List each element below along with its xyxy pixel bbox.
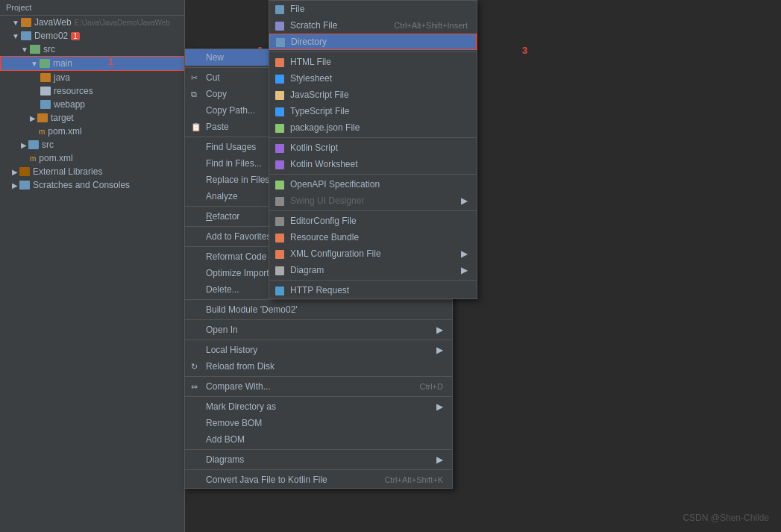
tree-label: JavaWeb (34, 17, 72, 28)
menu-item-local-history[interactable]: Local History ▶ (185, 342, 452, 358)
menu-item-open-in[interactable]: Open In ▶ (185, 322, 452, 338)
submenu-new: File Scratch File Ctrl+Alt+Shift+Insert … (269, 0, 477, 299)
submenu-item-openapi[interactable]: OpenAPI Specification (269, 176, 477, 193)
tree-item-ext-libs[interactable]: ▶ External Libraries (0, 165, 184, 178)
menu-label: Diagrams (206, 454, 430, 465)
shortcut-label: Ctrl+D (420, 382, 443, 391)
reload-icon: ↻ (191, 362, 198, 372)
menu-item-mark-dir[interactable]: Mark Directory as ▶ (185, 398, 452, 415)
submenu-label: Kotlin Script (290, 143, 468, 153)
submenu-arrow-icon: ▶ (436, 345, 443, 355)
menu-item-build[interactable]: Build Module 'Demo02' (185, 301, 452, 318)
submenu-arrow-icon: ▶ (436, 454, 443, 465)
folder-icon (30, 45, 40, 54)
expand-arrow: ▼ (12, 32, 19, 40)
diagram-icon (275, 265, 284, 275)
tree-item-main[interactable]: ▼ main (0, 56, 184, 71)
tree-item-pom2[interactable]: m pom.xml (0, 151, 184, 165)
menu-item-remove-bom[interactable]: Remove BOM (185, 415, 452, 431)
menu-separator (185, 469, 452, 470)
submenu-arrow-icon: ▶ (436, 401, 443, 412)
tree-label: main (53, 58, 72, 69)
http-icon (275, 285, 284, 295)
badge-1: 1 (71, 32, 80, 40)
shortcut-label: Ctrl+Alt+Shift+K (384, 475, 443, 484)
submenu-arrow-icon: ▶ (436, 325, 443, 335)
kotlin-ws-icon (275, 159, 284, 169)
editorconfig-icon (275, 216, 284, 225)
swing-icon (275, 195, 284, 205)
submenu-label: Kotlin Worksheet (290, 159, 468, 169)
menu-separator (185, 376, 452, 377)
pom-icon: m (30, 154, 36, 163)
menu-item-add-bom[interactable]: Add BOM (185, 431, 452, 448)
submenu-item-scratch[interactable]: Scratch File Ctrl+Alt+Shift+Insert (269, 17, 477, 34)
expand-arrow: ▼ (31, 60, 38, 68)
submenu-label: XML Configuration File (290, 248, 455, 259)
submenu-item-editorconfig[interactable]: EditorConfig File (269, 213, 477, 229)
tree-item-resources[interactable]: resources (0, 84, 184, 98)
tree-label: Demo02 (34, 31, 68, 41)
submenu-item-diagram[interactable]: Diagram ▶ (269, 262, 477, 278)
pom-icon: m (39, 128, 45, 136)
submenu-item-http[interactable]: HTTP Request (269, 282, 477, 298)
tree-item-java[interactable]: java (0, 71, 184, 84)
shortcut-label: Ctrl+Alt+Shift+Insert (394, 21, 468, 30)
compare-icon: ⇔ (191, 382, 198, 392)
submenu-item-ts[interactable]: TypeScript File (269, 103, 477, 119)
submenu-separator (269, 210, 477, 211)
expand-arrow: ▶ (30, 114, 36, 122)
submenu-item-directory[interactable]: Directory (269, 34, 477, 50)
submenu-item-kotlin-script[interactable]: Kotlin Script (269, 140, 477, 156)
submenu-label: Scratch File (290, 20, 394, 31)
expand-arrow: ▶ (12, 181, 18, 190)
copy-icon: ⧉ (191, 90, 197, 99)
folder-icon (40, 87, 51, 96)
html-icon (275, 57, 284, 66)
menu-label: Reload from Disk (206, 361, 443, 372)
menu-label: Build Module 'Demo02' (206, 304, 443, 315)
menu-label: Local History (206, 345, 430, 355)
tree-item-scratches[interactable]: ▶ Scratches and Consoles (0, 178, 184, 192)
tree-item-src[interactable]: ▼ src (0, 43, 184, 56)
submenu-item-json[interactable]: package.json File (269, 119, 477, 136)
tree-label: pom.xml (48, 126, 81, 137)
sidebar: Project ▼ JavaWeb E:\Java\JavaDemo\JavaW… (0, 0, 185, 532)
submenu-item-js[interactable]: JavaScript File (269, 87, 477, 103)
tree-item-demo02[interactable]: ▼ Demo02 1 (0, 29, 184, 43)
submenu-label: HTTP Request (290, 285, 468, 295)
openapi-icon (275, 179, 284, 189)
submenu-item-file[interactable]: File (269, 1, 477, 17)
tree-item-target[interactable]: ▶ target (0, 111, 184, 125)
cut-icon: ✂ (191, 73, 198, 83)
tree-item-pom1[interactable]: m pom.xml (0, 125, 184, 138)
menu-item-convert[interactable]: Convert Java File to Kotlin File Ctrl+Al… (185, 472, 452, 488)
submenu-label: Swing UI Designer (290, 195, 455, 206)
menu-item-compare[interactable]: ⇔ Compare With... Ctrl+D (185, 378, 452, 395)
submenu-item-kotlin-worksheet[interactable]: Kotlin Worksheet (269, 156, 477, 172)
dir-icon (276, 37, 285, 46)
submenu-item-xml-config[interactable]: XML Configuration File ▶ (269, 245, 477, 262)
tree-label: External Libraries (33, 166, 102, 177)
expand-arrow: ▶ (12, 168, 18, 176)
submenu-arrow-icon: ▶ (461, 195, 468, 206)
submenu-label: EditorConfig File (290, 216, 468, 226)
menu-item-diagrams[interactable]: Diagrams ▶ (185, 451, 452, 468)
submenu-label: HTML File (290, 57, 468, 67)
submenu-item-css[interactable]: Stylesheet (269, 70, 477, 87)
menu-item-reload[interactable]: ↻ Reload from Disk (185, 358, 452, 375)
module-icon (21, 18, 31, 27)
submenu-label: JavaScript File (290, 90, 468, 100)
submenu-item-resource-bundle[interactable]: Resource Bundle (269, 229, 477, 245)
tree-label: src (42, 140, 54, 150)
tree-item-webapp[interactable]: webapp (0, 98, 184, 111)
ext-icon (19, 167, 30, 176)
submenu-item-html[interactable]: HTML File (269, 54, 477, 70)
paste-icon: 📋 (191, 122, 201, 132)
tree-label: Scratches and Consoles (33, 180, 130, 190)
submenu-separator (269, 280, 477, 281)
tree-item-javaweb[interactable]: ▼ JavaWeb E:\Java\JavaDemo\JavaWeb (0, 16, 184, 29)
tree-item-src2[interactable]: ▶ src (0, 138, 184, 151)
submenu-label: File (290, 4, 468, 14)
tree-label: target (51, 113, 74, 123)
